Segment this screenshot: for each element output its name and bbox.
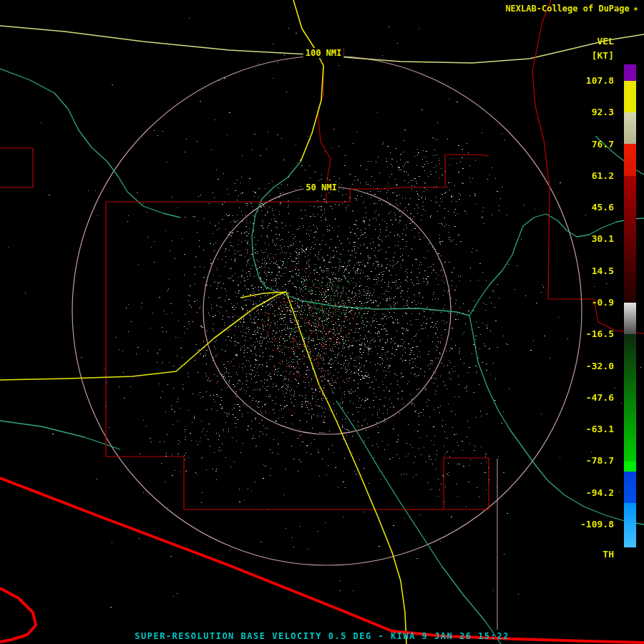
colorbar-tick: 107.8: [568, 75, 614, 86]
range-ring-label-100nmi: 100 NMI: [303, 48, 344, 58]
colorbar-bottom-label: TH: [568, 549, 614, 560]
colorbar-tick: 45.6: [568, 202, 614, 213]
colorbar-tick: -63.1: [568, 424, 614, 434]
colorbar-segment: [624, 303, 636, 334]
colorbar-segment: [624, 503, 636, 547]
colorbar-tick: -109.8: [568, 519, 614, 530]
colorbar-tick: 30.1: [568, 233, 614, 244]
colorbar-segment: [624, 144, 636, 176]
colorbar-tick: 76.7: [568, 139, 614, 150]
product-title: SUPER-RESOLUTION BASE VELOCITY 0.5 DEG -…: [0, 631, 644, 641]
colorbar-segment: [624, 462, 636, 472]
colorbar-tick: -16.5: [568, 328, 614, 339]
colorbar-segment: [624, 334, 636, 462]
radar-display: 50 NMI 100 NMI NEXLAB-College of DuPage …: [0, 0, 644, 644]
colorbar-tick: -94.2: [568, 487, 614, 498]
colorbar-tick: -32.0: [568, 361, 614, 371]
colorbar-segment: [624, 64, 636, 81]
colorbar-segment: [624, 176, 636, 303]
colorbar-tick: 61.2: [568, 170, 614, 181]
cod-logo-icon: ✶: [633, 4, 638, 13]
colorbar-tick: -0.9: [568, 297, 614, 308]
colorbar-tick: -47.6: [568, 392, 614, 403]
colorbar-segment: [624, 81, 636, 112]
header: NEXLAB-College of DuPage ✶: [505, 4, 638, 14]
brand-text: NEXLAB-College of DuPage: [505, 4, 629, 14]
radar-map-canvas: [0, 0, 644, 644]
colorbar-tick: 14.5: [568, 265, 614, 276]
range-ring-label-50nmi: 50 NMI: [303, 182, 338, 192]
colorbar-segment: [624, 472, 636, 503]
colorbar-units: [KT]: [568, 50, 614, 61]
colorbar-tick: 92.3: [568, 107, 614, 117]
colorbar-title: VEL: [568, 36, 614, 47]
colorbar-strip: [624, 64, 636, 547]
colorbar-tick: -78.7: [568, 455, 614, 466]
colorbar-segment: [624, 112, 636, 144]
